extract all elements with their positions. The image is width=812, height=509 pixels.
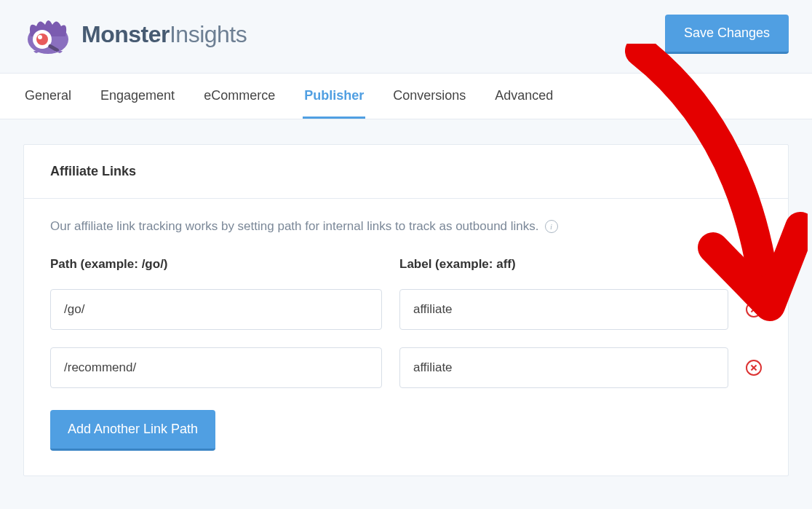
tab-ecommerce[interactable]: eCommerce [202,74,276,119]
header: MonsterInsights Save Changes [0,0,812,74]
link-row [50,347,762,388]
tab-engagement[interactable]: Engagement [99,74,176,119]
path-input[interactable] [50,347,382,388]
add-link-path-button[interactable]: Add Another Link Path [50,410,215,451]
link-row [50,289,762,330]
affiliate-links-panel: Affiliate Links Our affiliate link track… [23,144,789,476]
panel-body: Our affiliate link tracking works by set… [24,199,788,476]
panel-header: Affiliate Links [24,145,788,199]
brand-name-light: Insights [170,21,247,47]
path-input[interactable] [50,289,382,330]
label-input[interactable] [399,289,728,330]
tab-advanced[interactable]: Advanced [493,74,554,119]
label-input[interactable] [399,347,728,388]
link-rows [50,289,762,388]
save-button[interactable]: Save Changes [665,15,789,54]
brand: MonsterInsights [23,13,247,55]
path-column-header: Path (example: /go/) [50,257,382,272]
brand-name-strong: Monster [81,21,170,47]
tabs: General Engagement eCommerce Publisher C… [0,74,812,119]
remove-row-button[interactable] [746,301,762,317]
info-icon[interactable]: i [545,220,558,233]
svg-point-3 [38,35,42,39]
svg-point-2 [36,33,48,45]
help-text-content: Our affiliate link tracking works by set… [50,219,539,234]
label-column-header: Label (example: aff) [399,257,762,272]
brand-name: MonsterInsights [81,21,247,48]
panel-title: Affiliate Links [50,164,762,179]
remove-row-button[interactable] [746,360,762,376]
help-text: Our affiliate link tracking works by set… [50,219,762,234]
tab-conversions[interactable]: Conversions [391,74,467,119]
column-headers: Path (example: /go/) Label (example: aff… [50,257,762,272]
tab-general[interactable]: General [23,74,73,119]
tab-publisher[interactable]: Publisher [303,74,365,119]
brand-logo-icon [23,13,73,55]
